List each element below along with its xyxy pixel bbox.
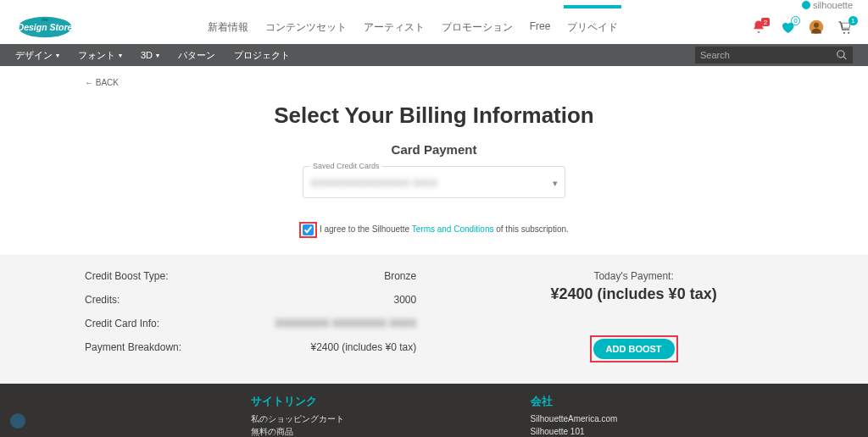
agree-checkbox-highlight xyxy=(299,222,317,238)
chevron-down-icon: ▾ xyxy=(156,52,159,59)
saved-cards-legend: Saved Credit Cards xyxy=(310,162,382,170)
brand-text: silhouette xyxy=(813,0,853,10)
help-bubble-icon[interactable] xyxy=(10,413,25,429)
row-val: 3000 xyxy=(237,294,450,306)
footer-right-title: 会社 xyxy=(531,394,618,409)
nav-promotion[interactable]: プロモーション xyxy=(442,15,513,40)
saved-cards-value: XXXXXXXXXXXXXXXX XXXX xyxy=(310,178,437,188)
footer-link[interactable]: Silhouette 101 xyxy=(531,425,618,437)
add-boost-highlight: ADD BOOST xyxy=(590,335,678,362)
footer-link[interactable]: SilhouetteAmerica.com xyxy=(531,412,618,425)
logo-icon: Design Store the xyxy=(15,13,75,41)
chevron-down-icon: ▾ xyxy=(56,52,59,59)
footer-link[interactable]: 無料の商品 xyxy=(251,425,344,437)
bell-icon[interactable]: 2 xyxy=(751,19,766,35)
nav-contents[interactable]: コンテンツセット xyxy=(265,15,347,40)
chevron-down-icon: ▾ xyxy=(119,52,122,59)
brand-silhouette[interactable]: silhouette xyxy=(802,0,853,10)
cart-icon[interactable]: 1 xyxy=(837,19,853,35)
today-amount: ¥2400 (includes ¥0 tax) xyxy=(484,285,783,303)
summary-row: Credits:3000 xyxy=(85,294,450,306)
agree-text-suffix: of this subscription. xyxy=(493,224,568,234)
row-key: Payment Breakdown: xyxy=(85,341,237,353)
bell-badge: 2 xyxy=(761,18,770,26)
nav-new[interactable]: 新着情報 xyxy=(208,15,248,40)
footer: サイトリンク 私のショッピングカート 無料の商品 新製品 デザイン プロジェクト… xyxy=(0,384,868,437)
subnav-pattern[interactable]: パターン xyxy=(178,49,215,62)
terms-link[interactable]: Terms and Conditions xyxy=(412,224,494,234)
chevron-down-icon: ▾ xyxy=(553,178,558,189)
svg-text:Design Store: Design Store xyxy=(18,22,73,32)
back-link[interactable]: ← BACK xyxy=(85,78,783,87)
search-box[interactable] xyxy=(695,47,853,64)
svg-text:the: the xyxy=(42,17,47,22)
add-boost-button[interactable]: ADD BOOST xyxy=(593,339,675,359)
sub-nav: デザイン▾ フォント▾ 3D▾ パターン プロジェクト xyxy=(0,44,868,66)
brand-dot-icon xyxy=(802,1,810,9)
page-title: Select Your Billing Information xyxy=(85,102,783,129)
subnav-3d[interactable]: 3D▾ xyxy=(141,50,159,60)
heart-badge: 0 xyxy=(791,16,800,25)
agree-text-prefix: I agree to the Silhouette xyxy=(320,224,412,234)
logo-design-store[interactable]: Design Store the xyxy=(15,13,75,41)
row-val: ¥2400 (includes ¥0 tax) xyxy=(237,341,450,353)
row-val: XXXXXXXX XXXXXXXX XXXX xyxy=(237,318,450,329)
footer-left-title: サイトリンク xyxy=(251,394,344,409)
today-label: Today's Payment: xyxy=(484,270,783,282)
row-key: Credit Card Info: xyxy=(85,318,237,329)
heart-icon[interactable]: 0 xyxy=(780,19,795,35)
footer-link[interactable]: 私のショッピングカート xyxy=(251,412,344,425)
row-key: Credits: xyxy=(85,294,237,306)
cart-badge: 1 xyxy=(849,16,858,25)
row-key: Credit Boost Type: xyxy=(85,270,237,282)
search-input[interactable] xyxy=(700,50,836,60)
main-nav: 新着情報 コンテンツセット アーティスト プロモーション Free プリペイド xyxy=(95,15,731,40)
saved-cards-field[interactable]: Saved Credit Cards XXXXXXXXXXXXXXXX XXXX… xyxy=(303,162,565,198)
header-icons: 2 0 1 xyxy=(751,19,853,35)
svg-point-4 xyxy=(814,23,819,28)
nav-prepaid[interactable]: プリペイド xyxy=(567,15,618,40)
subnav-project[interactable]: プロジェクト xyxy=(234,49,290,62)
nav-artist[interactable]: アーティスト xyxy=(364,15,425,40)
avatar-icon[interactable] xyxy=(809,19,824,35)
row-val: Bronze xyxy=(237,270,450,282)
summary-row: Payment Breakdown:¥2400 (includes ¥0 tax… xyxy=(85,341,450,353)
agree-checkbox[interactable] xyxy=(303,224,314,235)
subnav-design[interactable]: デザイン▾ xyxy=(15,49,59,62)
page-subtitle: Card Payment xyxy=(85,142,783,157)
search-icon xyxy=(836,49,848,61)
summary-row: Credit Boost Type:Bronze xyxy=(85,270,450,282)
nav-free[interactable]: Free xyxy=(530,15,551,40)
summary-band: Credit Boost Type:Bronze Credits:3000 Cr… xyxy=(0,255,868,384)
summary-row: Credit Card Info:XXXXXXXX XXXXXXXX XXXX xyxy=(85,318,450,329)
subnav-font[interactable]: フォント▾ xyxy=(78,49,122,62)
agree-row: I agree to the Silhouette Terms and Cond… xyxy=(85,222,783,238)
